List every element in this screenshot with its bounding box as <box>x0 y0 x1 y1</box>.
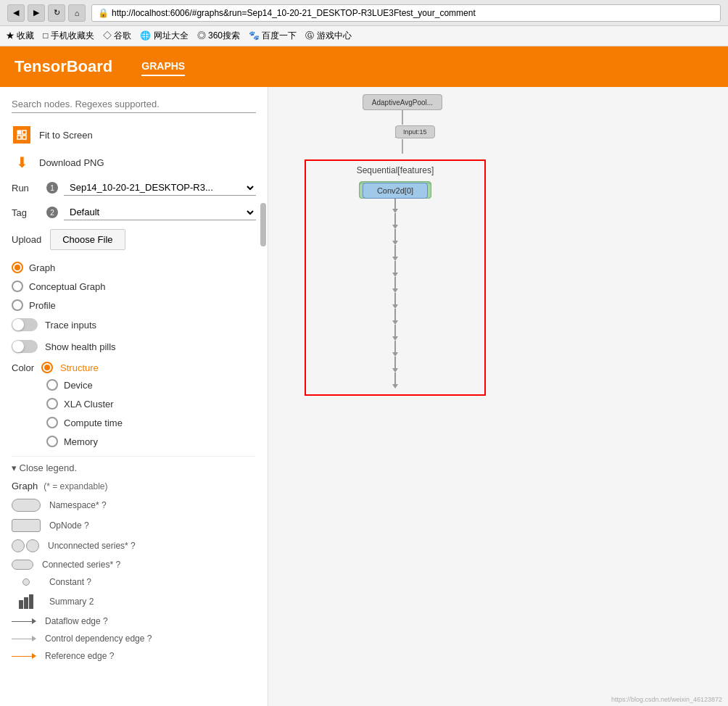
run-select[interactable]: Sep14_10-20-21_DESKTOP-R3... <box>64 180 256 196</box>
conceptual-graph-radio-button[interactable] <box>12 281 23 292</box>
namespace-shape <box>12 499 41 512</box>
graph-radio-button[interactable] <box>12 262 23 273</box>
color-header: Color Structure <box>12 362 256 373</box>
color-device-radio[interactable] <box>46 379 58 391</box>
bookmark-google[interactable]: ◇ 谷歌 <box>103 30 131 42</box>
bookmark-label: ◎ 360搜索 <box>197 30 240 42</box>
svg-rect-2 <box>17 136 21 139</box>
connector <box>394 341 396 352</box>
toggle-knob <box>12 341 24 352</box>
node-label: AdaptiveAvgPool... <box>372 99 433 107</box>
unconnected-legend-text[interactable]: Unconnected series* ? <box>48 541 136 551</box>
legend-sub: (* = expandable) <box>44 481 107 491</box>
svg-rect-0 <box>17 130 21 134</box>
connector <box>394 293 396 304</box>
download-png-button[interactable]: ⬇ Download PNG <box>12 152 256 173</box>
node-label: Conv2d[0] <box>377 186 413 195</box>
connector-line <box>402 110 403 125</box>
node-input15[interactable]: Input:15 <box>395 125 435 138</box>
show-health-pills-toggle[interactable] <box>12 340 38 353</box>
legend-item-summary: Summary 2 <box>12 594 256 609</box>
color-compute-item[interactable]: Compute time <box>46 417 256 428</box>
legend-item-constant: Constant ? <box>12 577 256 587</box>
profile-radio-item[interactable]: Profile <box>12 299 256 311</box>
bookmark-mobile[interactable]: □ 手机收藏夹 <box>43 30 94 42</box>
security-icon: 🔒 <box>98 8 109 18</box>
color-structure-radio[interactable] <box>41 362 53 373</box>
bookmark-web[interactable]: 🌐 网址大全 <box>140 30 188 42</box>
graphs-nav-item[interactable]: GRAPHS <box>141 57 185 76</box>
conceptual-graph-radio-label: Conceptual Graph <box>29 281 106 292</box>
constant-shape <box>12 578 41 586</box>
run-label: Run <box>12 183 41 194</box>
color-device-item[interactable]: Device <box>46 379 256 391</box>
trace-inputs-toggle[interactable] <box>12 318 38 331</box>
profile-radio-button[interactable] <box>12 299 23 311</box>
constant-legend-text[interactable]: Constant ? <box>49 577 91 587</box>
color-xla-radio[interactable] <box>46 398 58 410</box>
namespace-legend-text[interactable]: Namespace* ? <box>49 500 107 510</box>
opnode-legend-text[interactable]: OpNode ? <box>49 520 89 531</box>
tag-select[interactable]: Default <box>64 204 256 220</box>
connected-legend-text[interactable]: Connected series* ? <box>42 560 120 570</box>
legend-title: Graph <box>12 481 38 491</box>
address-bar[interactable]: 🔒 http://localhost:6006/#graphs&run=Sep1… <box>91 4 721 22</box>
color-memory-label: Memory <box>64 436 98 447</box>
fit-to-screen-button[interactable]: Fit to Screen <box>12 125 256 145</box>
bookmark-games[interactable]: Ⓖ 游戏中心 <box>305 30 351 42</box>
connector <box>394 213 396 225</box>
bookmark-360[interactable]: ◎ 360搜索 <box>197 30 240 42</box>
svg-rect-1 <box>22 130 26 134</box>
back-button[interactable]: ◀ <box>7 4 25 22</box>
tag-label: Tag <box>12 207 41 218</box>
control-legend-text[interactable]: Control dependency edge ? <box>45 634 152 644</box>
bookmark-favorites[interactable]: ★ 收藏 <box>6 30 34 42</box>
scroll-indicator[interactable] <box>260 203 266 246</box>
url-text: http://localhost:6006/#graphs&run=Sep14_… <box>112 8 476 18</box>
color-memory-radio[interactable] <box>46 436 58 447</box>
connector <box>394 197 396 209</box>
graph-panel[interactable]: Sequential[class... Input:15 214□214□ Ad… <box>268 87 728 706</box>
search-input[interactable] <box>12 96 256 113</box>
bookmark-label: ★ 收藏 <box>6 30 34 42</box>
opnode-shape <box>12 519 41 532</box>
dataflow-legend-text[interactable]: Dataflow edge ? <box>45 616 108 626</box>
home-button[interactable]: ⌂ <box>68 4 86 22</box>
legend-item-namespace: Namespace* ? <box>12 499 256 512</box>
bookmark-label: 🐾 百度一下 <box>249 30 297 42</box>
upload-section: Upload Choose File <box>12 229 256 250</box>
toggle-knob <box>12 319 24 331</box>
legend-item-opnode: OpNode ? <box>12 519 256 532</box>
node-conv2d0[interactable]: Conv2d[0] <box>363 183 428 199</box>
connected-shape <box>12 560 33 570</box>
summary-legend-text[interactable]: Summary 2 <box>49 597 94 607</box>
reference-legend-text[interactable]: Reference edge ? <box>45 651 114 661</box>
color-structure-label: Structure <box>60 362 99 373</box>
color-xla-item[interactable]: XLA Cluster <box>46 398 256 410</box>
fit-icon-box <box>13 126 30 144</box>
svg-rect-3 <box>22 136 26 139</box>
legend-item-control: Control dependency edge ? <box>12 634 256 644</box>
main-layout: Fit to Screen ⬇ Download PNG Run 1 Sep14… <box>0 87 728 706</box>
color-xla-label: XLA Cluster <box>64 399 114 410</box>
reload-button[interactable]: ↻ <box>48 4 65 22</box>
color-memory-item[interactable]: Memory <box>46 436 256 447</box>
bookmark-label: Ⓖ 游戏中心 <box>305 30 351 42</box>
svg-rect-4 <box>19 600 23 609</box>
forward-button[interactable]: ▶ <box>28 4 45 22</box>
color-label: Color <box>12 362 34 373</box>
graph-radio-item[interactable]: Graph <box>12 262 256 273</box>
tag-field-row: Tag 2 Default <box>12 204 256 220</box>
bookmark-baidu[interactable]: 🐾 百度一下 <box>249 30 297 42</box>
connector <box>394 357 396 368</box>
graph-canvas: Sequential[class... Input:15 214□214□ Ad… <box>268 87 728 706</box>
svg-rect-6 <box>29 594 33 609</box>
color-compute-radio[interactable] <box>46 417 58 428</box>
legend-toggle-button[interactable]: ▾ Close legend. <box>12 462 256 473</box>
conceptual-graph-radio-item[interactable]: Conceptual Graph <box>12 281 256 292</box>
choose-file-button[interactable]: Choose File <box>50 229 125 250</box>
connector <box>394 261 396 273</box>
node-adaptive-avg-pool[interactable]: AdaptiveAvgPool... <box>363 94 442 110</box>
feature-nodes: MaxPool2d[... ReLU[11] Conv2d[10] <box>306 178 484 394</box>
trace-inputs-row: Trace inputs <box>12 318 256 331</box>
